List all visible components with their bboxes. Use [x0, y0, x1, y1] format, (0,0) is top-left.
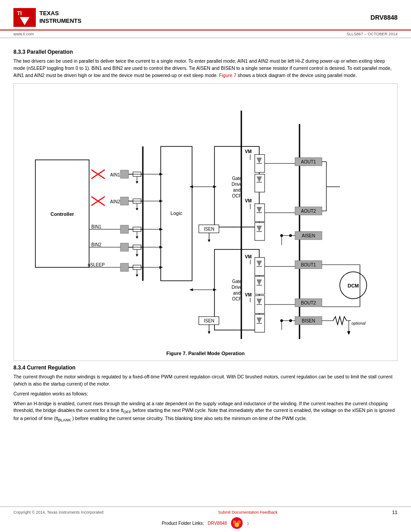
svg-rect-3 [22, 88, 389, 348]
page: TI TEXAS INSTRUMENTS DRV8848 www.ti.com … [0, 0, 411, 532]
svg-point-160 [235, 523, 239, 527]
svg-text:ISEN: ISEN [204, 227, 214, 232]
header: TI TEXAS INSTRUMENTS DRV8848 [0, 0, 411, 30]
svg-text:ISEN: ISEN [204, 318, 214, 323]
page-number: 11 [392, 510, 398, 515]
section-834-paragraph3: When an H-bridge is enabled, current ris… [13, 400, 398, 424]
figure7-link[interactable]: Figure 7 [219, 73, 236, 78]
svg-text:Drive: Drive [231, 182, 242, 187]
svg-text:Controller: Controller [51, 211, 74, 217]
svg-text:VM: VM [245, 149, 252, 154]
svg-rect-41 [120, 225, 128, 233]
figure-caption: Figure 7. Parallel Mode Operation [167, 351, 245, 356]
svg-text:Gate: Gate [232, 279, 242, 284]
footer: Copyright © 2014, Texas Instruments Inco… [0, 506, 411, 532]
logo-area: TI TEXAS INSTRUMENTS [13, 8, 81, 27]
svg-text:BOUT1: BOUT1 [301, 262, 316, 267]
section-833-title: 8.3.3 Parallel Operation [13, 49, 398, 55]
footer-bottom: Product Folder Links: DRV8848 › [13, 517, 398, 529]
svg-rect-29 [120, 170, 128, 178]
product-link[interactable]: DRV8848 [208, 521, 227, 526]
svg-text:BISEN: BISEN [302, 318, 315, 323]
svg-text:AOUT1: AOUT1 [301, 159, 316, 164]
nav-arrow[interactable]: › [247, 519, 249, 528]
doc-ref-label: SLLS867 – OCTOBER 2014 [347, 32, 398, 36]
svg-text:AOUT2: AOUT2 [301, 209, 316, 214]
svg-text:Drive: Drive [231, 285, 242, 290]
svg-text:AIN1: AIN1 [110, 172, 120, 177]
svg-text:and: and [233, 188, 241, 193]
svg-text:Logic: Logic [171, 210, 183, 216]
svg-text:AISEN: AISEN [302, 233, 315, 238]
website-label: www.ti.com [13, 32, 34, 36]
svg-text:VM: VM [245, 198, 252, 203]
svg-rect-57 [120, 263, 128, 271]
svg-text:DCM: DCM [347, 283, 359, 288]
section-833-paragraph1: The two drivers can be used in parallel … [13, 58, 398, 79]
circuit-diagram: Controller Logic Gate Drive and OCP Gate… [22, 88, 389, 348]
svg-text:OCP: OCP [232, 193, 242, 198]
svg-rect-49 [120, 243, 128, 251]
section-834-paragraph2: Current regulation works as follows: [13, 390, 398, 398]
svg-text:OCP: OCP [232, 296, 242, 301]
product-folder-label: Product Folder Links: [162, 521, 204, 526]
logo-text: TEXAS INSTRUMENTS [39, 10, 81, 25]
svg-text:nSLEEP: nSLEEP [88, 262, 105, 267]
svg-text:TI: TI [17, 10, 22, 17]
doc-number: DRV8848 [371, 14, 398, 21]
copyright-label: Copyright © 2014, Texas Instruments Inco… [13, 510, 103, 515]
sub-header: www.ti.com SLLS867 – OCTOBER 2014 [0, 30, 411, 38]
submit-feedback-link[interactable]: Submit Documentation Feedback [218, 510, 278, 515]
footer-top: Copyright © 2014, Texas Instruments Inco… [13, 510, 398, 515]
svg-text:BOUT2: BOUT2 [301, 300, 316, 305]
ti-logo-icon: TI [13, 8, 36, 27]
svg-text:optional: optional [351, 321, 366, 326]
svg-text:BIN2: BIN2 [91, 242, 102, 247]
svg-text:VM: VM [245, 292, 252, 297]
svg-text:BIN1: BIN1 [91, 224, 102, 229]
svg-text:and: and [233, 291, 241, 296]
svg-text:AIN2: AIN2 [110, 199, 120, 204]
svg-text:Gate: Gate [232, 176, 242, 181]
section-834-paragraph1: The current through the motor windings i… [13, 373, 398, 388]
figure7-container: Controller Logic Gate Drive and OCP Gate… [13, 83, 398, 361]
ti-bug-icon [231, 517, 243, 529]
svg-text:VM: VM [245, 254, 252, 259]
section-834-title: 8.3.4 Current Regulation [13, 365, 398, 371]
main-content: 8.3.3 Parallel Operation The two drivers… [0, 43, 411, 431]
svg-rect-38 [120, 197, 128, 205]
